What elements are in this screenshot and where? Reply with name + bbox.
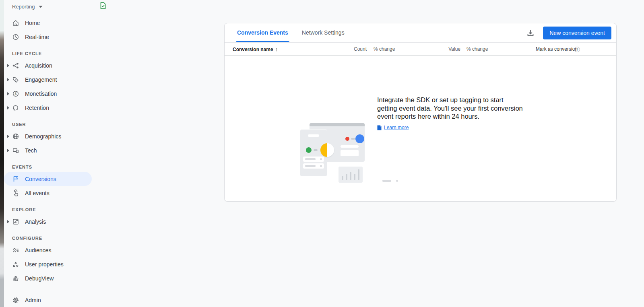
illustration-gray-dot	[320, 158, 322, 160]
empty-state-illustration	[300, 122, 371, 185]
desktop-background-strip	[0, 0, 4, 307]
caret-spacer	[7, 298, 11, 303]
demographics-icon	[12, 133, 19, 140]
illustration-browser-titlebar	[310, 123, 365, 126]
sidebar-item-label: All events	[25, 190, 50, 196]
illustration-bar	[342, 176, 343, 180]
caret-right-icon[interactable]	[7, 134, 11, 139]
illustration-dash	[314, 149, 318, 151]
caret-spacer	[7, 177, 11, 181]
table-header-row: Conversion name↑ Count % change Value % …	[225, 43, 616, 56]
sidebar-item-tech[interactable]: Tech	[4, 143, 92, 157]
sidebar-item-home[interactable]: Home	[4, 16, 92, 30]
illustration-white-box	[341, 150, 359, 156]
sidebar-item-label: DebugView	[25, 275, 54, 282]
caret-right-icon[interactable]	[7, 77, 11, 82]
download-icon[interactable]	[526, 29, 535, 37]
learn-more-link[interactable]: Learn more	[377, 125, 409, 130]
illustration-bar	[358, 169, 359, 180]
illustration-dash	[351, 138, 355, 140]
doc-check-icon[interactable]	[99, 2, 107, 9]
tab-bar: Conversion Events Network Settings New c…	[225, 23, 616, 43]
caret-spacer	[7, 35, 11, 39]
caret-right-icon[interactable]	[7, 105, 11, 110]
svg-text:$: $	[15, 92, 17, 96]
illustration-red-dot	[345, 137, 349, 141]
illustration-white-bar	[341, 145, 359, 148]
sidebar-nav: HomeReal-timeLIFE CYCLEAcquisitionEngage…	[4, 10, 96, 307]
column-conversion-name[interactable]: Conversion name↑	[233, 43, 278, 56]
reporting-label: Reporting	[12, 4, 35, 10]
sidebar-item-demographics[interactable]: Demographics	[4, 129, 92, 143]
tab-network-settings[interactable]: Network Settings	[295, 23, 351, 42]
illustration-bar	[350, 172, 351, 180]
active-tab-underline	[236, 41, 289, 42]
new-conversion-event-button[interactable]: New conversion event	[543, 27, 611, 39]
sidebar-item-debugview[interactable]: DebugView	[4, 271, 92, 285]
sidebar-item-engagement[interactable]: Engagement	[4, 72, 92, 87]
analysis-icon	[12, 218, 19, 225]
sidebar-item-label: User properties	[25, 261, 64, 268]
illustration-phone-speaker	[308, 134, 319, 137]
illustration-blue-circle	[355, 134, 364, 143]
acquisition-icon	[12, 62, 19, 69]
sidebar: Reporting HomeReal-timeLIFE CYCLEAcquisi…	[4, 0, 96, 307]
sidebar-item-conversions[interactable]: Conversions	[4, 172, 92, 186]
sidebar-section-events: EVENTS	[4, 157, 96, 172]
column-value[interactable]: Value	[432, 43, 460, 56]
caret-right-icon[interactable]	[7, 219, 11, 224]
audiences-icon	[12, 247, 19, 254]
column-value-pct-change[interactable]: % change	[466, 43, 488, 56]
sidebar-item-monetisation[interactable]: $Monetisation	[4, 87, 92, 101]
gear-icon	[12, 297, 19, 304]
sort-ascending-icon: ↑	[275, 46, 278, 52]
caret-right-icon[interactable]	[7, 91, 11, 96]
empty-state: Integrate the SDK or set up tagging to s…	[225, 56, 616, 201]
sidebar-item-user-properties[interactable]: User properties	[4, 257, 92, 271]
sidebar-divider	[4, 289, 96, 289]
column-count[interactable]: Count	[339, 43, 367, 56]
sidebar-item-admin[interactable]: Admin	[4, 293, 92, 307]
sidebar-section-life-cycle: LIFE CYCLE	[4, 44, 96, 58]
help-icon[interactable]: ?	[574, 47, 580, 52]
conversions-card: Conversion Events Network Settings New c…	[224, 23, 617, 202]
empty-state-message: Integrate the SDK or set up tagging to s…	[377, 96, 542, 121]
caret-right-icon[interactable]	[7, 63, 11, 68]
sidebar-item-real-time[interactable]: Real-time	[4, 30, 92, 44]
illustration-list-row	[303, 157, 324, 162]
sidebar-item-label: Analysis	[25, 218, 46, 225]
sidebar-section-user: USER	[4, 115, 96, 129]
sidebar-item-label: Monetisation	[25, 91, 57, 97]
caret-spacer	[7, 276, 11, 281]
chevron-down-icon	[39, 6, 43, 8]
sidebar-section-explore: EXPLORE	[4, 200, 96, 214]
sidebar-item-label: Admin	[25, 297, 41, 303]
sidebar-item-audiences[interactable]: Audiences	[4, 243, 92, 257]
column-mark-as-conversion: Mark as conversion	[536, 43, 578, 56]
toolbar: New conversion event	[526, 23, 611, 43]
sidebar-item-all-events[interactable]: All events	[4, 186, 92, 200]
illustration-gray-pill	[382, 180, 391, 182]
flag-icon	[12, 175, 19, 183]
home-icon	[12, 19, 19, 27]
sidebar-item-acquisition[interactable]: Acquisition	[4, 58, 92, 72]
user-properties-icon	[12, 261, 19, 268]
retention-icon	[12, 104, 19, 111]
learn-more-label[interactable]: Learn more	[384, 125, 409, 130]
illustration-bar-chart	[342, 169, 360, 180]
sidebar-item-retention[interactable]: Retention	[4, 101, 92, 115]
tab-network-settings-label: Network Settings	[302, 29, 345, 36]
sidebar-section-configure: CONFIGURE	[4, 229, 96, 243]
column-count-pct-change[interactable]: % change	[374, 43, 395, 56]
sidebar-item-label: Tech	[25, 147, 37, 154]
caret-spacer	[7, 248, 11, 253]
tab-conversion-events[interactable]: Conversion Events	[230, 23, 295, 42]
debug-icon	[12, 275, 19, 282]
illustration-gray-dot	[396, 180, 398, 182]
reporting-nav-dropdown[interactable]: Reporting	[4, 0, 52, 10]
sidebar-item-label: Acquisition	[25, 62, 52, 69]
sidebar-item-analysis[interactable]: Analysis	[4, 214, 92, 229]
illustration-list-row	[303, 163, 324, 169]
caret-right-icon[interactable]	[7, 148, 11, 153]
sidebar-item-label: Demographics	[25, 133, 61, 140]
